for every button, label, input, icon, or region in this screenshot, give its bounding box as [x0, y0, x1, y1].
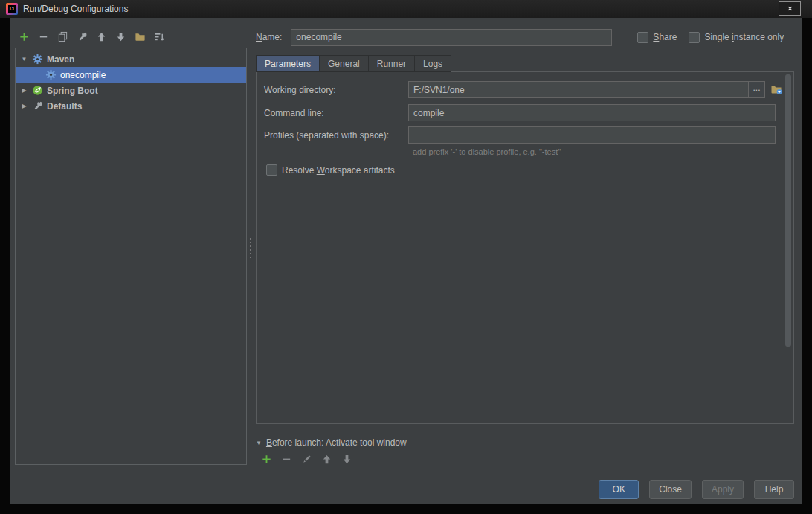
profiles-label: Profiles (separated with space): [264, 130, 389, 141]
intellij-logo-icon: IJ [6, 3, 18, 15]
arrow-up-icon [321, 454, 332, 465]
command-line-input[interactable] [408, 104, 776, 121]
tree-item-label: Spring Boot [47, 86, 98, 96]
remove-task-button[interactable] [280, 453, 293, 466]
sort-configurations-button[interactable] [153, 30, 166, 43]
arrow-up-icon [96, 31, 107, 42]
browse-directory-button[interactable]: ... [748, 81, 765, 98]
tree-item-maven[interactable]: ▼ Maven [16, 51, 246, 67]
tab-runner[interactable]: Runner [368, 55, 415, 72]
tab-logs[interactable]: Logs [414, 55, 451, 72]
tree-item-label: Maven [47, 54, 74, 65]
titlebar: IJ Run/Debug Configurations [0, 0, 812, 18]
share-label: Share [653, 32, 677, 42]
add-task-button[interactable] [260, 453, 273, 466]
spring-boot-icon [32, 85, 43, 96]
profiles-hint: add prefix '-' to disable profile, e.g. … [413, 147, 561, 156]
dialog-buttons: OK Close Apply Help [599, 480, 794, 499]
resolve-workspace-checkbox[interactable] [266, 164, 277, 176]
before-launch-section: ▼ Before launch: Activate tool window [256, 437, 794, 448]
create-folder-button[interactable] [134, 30, 146, 43]
working-directory-input[interactable] [408, 81, 749, 98]
tab-parameters[interactable]: Parameters [256, 55, 320, 72]
copy-icon [57, 31, 68, 42]
splitter-handle[interactable] [248, 238, 252, 258]
wrench-icon [77, 31, 88, 42]
share-checkbox[interactable] [637, 32, 648, 43]
tree-item-label: onecompile [60, 70, 106, 80]
wrench-icon [32, 100, 43, 112]
move-task-down-button[interactable] [341, 453, 353, 466]
scrollbar[interactable] [784, 74, 792, 422]
apply-button[interactable]: Apply [702, 480, 744, 499]
single-instance-label: Single instance only [704, 32, 784, 42]
maven-gear-icon [32, 54, 43, 65]
chevron-right-icon[interactable]: ▶ [20, 103, 28, 109]
folder-icon [135, 31, 146, 42]
close-icon [786, 4, 794, 13]
copy-configuration-button[interactable] [57, 30, 69, 43]
before-launch-label[interactable]: Before launch: Activate tool window [266, 437, 407, 448]
name-label: Name: [256, 32, 282, 42]
name-row: Name: Share Single instance only [256, 28, 784, 46]
tree-item-onecompile[interactable]: onecompile [16, 67, 246, 83]
working-directory-label: Working directory: [264, 85, 336, 95]
help-button[interactable]: Help [754, 480, 794, 499]
edit-defaults-button[interactable] [76, 30, 88, 43]
ok-button[interactable]: OK [599, 480, 639, 499]
before-launch-toolbar [260, 453, 353, 466]
sort-icon [154, 31, 165, 42]
command-line-label: Command line: [264, 108, 324, 118]
window-title: Run/Debug Configurations [23, 4, 128, 14]
chevron-down-icon[interactable]: ▼ [20, 56, 28, 62]
add-configuration-button[interactable] [18, 30, 30, 43]
name-input[interactable] [291, 29, 612, 46]
tab-bar: Parameters General Runner Logs [256, 55, 451, 72]
move-up-button[interactable] [95, 30, 108, 43]
close-window-button[interactable] [779, 1, 801, 16]
chevron-right-icon[interactable]: ▶ [20, 87, 28, 94]
move-down-button[interactable] [115, 30, 127, 43]
minus-icon [38, 31, 49, 42]
tab-general[interactable]: General [319, 55, 369, 72]
profiles-input[interactable] [408, 126, 776, 144]
move-task-up-button[interactable] [320, 453, 333, 466]
scrollbar-thumb[interactable] [785, 74, 791, 347]
run-debug-configurations-dialog: ▼ Maven onecompile ▶ Spring Boot ▶ Defau… [10, 18, 802, 504]
pencil-icon [301, 454, 312, 465]
maven-gear-icon [45, 69, 57, 80]
tree-item-spring-boot[interactable]: ▶ Spring Boot [16, 83, 246, 98]
resolve-workspace-label: Resolve Workspace artifacts [282, 165, 395, 176]
arrow-down-icon [341, 454, 352, 465]
parameters-panel: Working directory: ... Command line: Pro… [256, 71, 794, 424]
remove-configuration-button[interactable] [37, 30, 50, 43]
single-instance-checkbox[interactable] [689, 32, 700, 43]
intellij-logo-text: IJ [8, 5, 16, 13]
plus-icon [19, 31, 30, 42]
separator-line [414, 443, 794, 443]
configurations-tree: ▼ Maven onecompile ▶ Spring Boot ▶ Defau… [15, 48, 247, 465]
tree-item-label: Defaults [47, 101, 82, 112]
arrow-down-icon [115, 31, 126, 42]
tree-item-defaults[interactable]: ▶ Defaults [16, 98, 246, 114]
folder-badge-icon [770, 83, 782, 95]
plus-icon [261, 454, 272, 465]
insert-path-variable-button[interactable] [770, 83, 782, 95]
close-button[interactable]: Close [649, 480, 692, 499]
edit-task-button[interactable] [300, 453, 313, 466]
minus-icon [281, 454, 292, 465]
tree-toolbar [18, 30, 166, 43]
chevron-down-icon[interactable]: ▼ [256, 440, 262, 446]
